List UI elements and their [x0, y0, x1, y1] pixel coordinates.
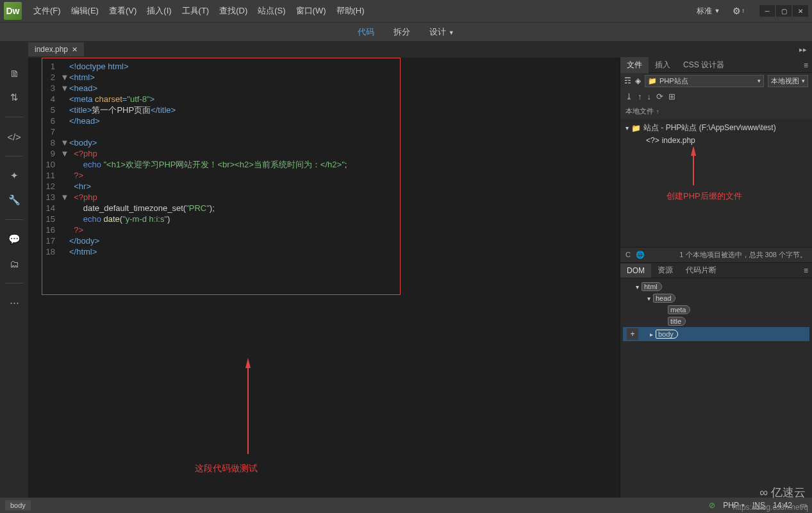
- git-icon[interactable]: ⇅: [8, 91, 21, 104]
- panel-tab-insert[interactable]: 插入: [649, 57, 677, 73]
- menu-item[interactable]: 插入(I): [142, 1, 176, 21]
- code-line[interactable]: 6</head>: [42, 115, 400, 126]
- layers-icon[interactable]: 🗂: [8, 257, 21, 270]
- menu-item[interactable]: 窗口(W): [291, 1, 331, 21]
- view-toolbar: 代码 拆分 设计 ▼: [0, 22, 812, 41]
- view-code-button[interactable]: 代码: [354, 24, 378, 40]
- dom-node-meta[interactable]: meta: [623, 304, 809, 315]
- files-status-text: 1 个本地项目被选中，总共 308 个字节。: [679, 250, 807, 260]
- tab-label: index.php: [35, 45, 68, 54]
- files-status-bar: C🌐 1 个本地项目被选中，总共 308 个字节。: [620, 247, 812, 262]
- wand-icon[interactable]: ✦: [8, 169, 21, 182]
- menubar: Dw 文件(F)编辑(E)查看(V)插入(I)工具(T)查找(D)站点(S)窗口…: [0, 0, 812, 22]
- dom-node-head[interactable]: ▾head: [623, 292, 809, 304]
- maximize-button[interactable]: ▢: [776, 5, 791, 17]
- watermark-url: https://blog.csdn.net/q: [733, 503, 808, 512]
- menu-item[interactable]: 查找(D): [214, 1, 253, 21]
- globe-icon[interactable]: 🌐: [636, 251, 645, 259]
- panel-tab-dom[interactable]: DOM: [620, 264, 651, 278]
- file-tree: ▾📁站点 - PHP站点 (F:\AppServ\www\test) <?>in…: [620, 119, 812, 247]
- code-line[interactable]: 12 <hr>: [42, 181, 400, 192]
- code-line[interactable]: 2▼<html>: [42, 72, 400, 83]
- menu-item[interactable]: 帮助(H): [331, 1, 370, 21]
- close-button[interactable]: ✕: [793, 5, 808, 17]
- view-split-button[interactable]: 拆分: [390, 24, 414, 40]
- layout-selector[interactable]: 标准 ▼: [693, 3, 724, 19]
- code-line[interactable]: 16 ?>: [42, 224, 400, 235]
- site-dropdown[interactable]: 📁PHP站点▾: [645, 75, 764, 87]
- more-icon[interactable]: ⋯: [8, 296, 21, 309]
- view-dropdown[interactable]: 本地视图▾: [768, 75, 808, 87]
- code-line[interactable]: 11 ?>: [42, 170, 400, 181]
- annotation-create-php: 创建PHP后缀的文件: [667, 190, 742, 202]
- code-line[interactable]: 8▼<body>: [42, 137, 400, 148]
- get-icon[interactable]: ↓: [647, 92, 652, 101]
- file-icon[interactable]: 🗎: [8, 67, 21, 80]
- code-line[interactable]: 5<title>第一个PHP页面</title>: [42, 105, 400, 115]
- view-design-button[interactable]: 设计 ▼: [426, 24, 458, 40]
- breadcrumb-body[interactable]: body: [5, 500, 31, 510]
- local-files-header[interactable]: 本地文件 ↑: [620, 104, 812, 119]
- panel-menu-icon[interactable]: ≡: [800, 61, 812, 70]
- right-panel-group: 文件 插入 CSS 设计器 ≡ ☶ ◈ 📁PHP站点▾ 本地视图▾ ⤓ ↑ ↓ …: [620, 58, 812, 498]
- code-line[interactable]: 9▼ <?php: [42, 148, 400, 159]
- menu-item[interactable]: 站点(S): [253, 1, 290, 21]
- refresh-icon[interactable]: C: [626, 251, 631, 259]
- sync-icon[interactable]: ⟳: [656, 92, 663, 101]
- tree-file-row[interactable]: <?>index.php: [623, 135, 809, 146]
- tree-root-row[interactable]: ▾📁站点 - PHP站点 (F:\AppServ\www\test): [623, 121, 809, 135]
- statusbar: body ⊘ PHP ▾ INS 14:42 ▭: [0, 498, 812, 513]
- dom-node-html[interactable]: ▾html: [623, 281, 809, 292]
- panel-tab-css[interactable]: CSS 设计器: [677, 57, 731, 73]
- menu-item[interactable]: 工具(T): [177, 1, 215, 21]
- dom-add-button[interactable]: +: [627, 328, 638, 340]
- watermark-logo: ∞ 亿速云: [759, 485, 806, 500]
- document-tabbar: index.php ✕ ▸▸: [0, 41, 812, 58]
- status-ok-icon[interactable]: ⊘: [709, 501, 715, 510]
- panel-tab-resources[interactable]: 资源: [651, 262, 679, 278]
- code-line[interactable]: 4<meta charset="utf-8">: [42, 94, 400, 105]
- dom-panel-menu-icon[interactable]: ≡: [800, 266, 812, 275]
- left-toolbar: 🗎 ⇅ </> ✦ 🔧 💬 🗂 ⋯: [0, 58, 28, 498]
- code-line[interactable]: 10 echo "<h1>欢迎学习PHP网站开发！<br><h2>当前系统时间为…: [42, 159, 400, 170]
- code-editor[interactable]: 1<!doctype html>2▼<html>3▼<head>4<meta c…: [28, 58, 620, 498]
- code-line[interactable]: 13▼ <?php: [42, 192, 400, 203]
- panel-tab-files[interactable]: 文件: [620, 57, 649, 73]
- code-line[interactable]: 18</html>: [42, 246, 400, 257]
- document-tab[interactable]: index.php ✕: [28, 42, 84, 56]
- code-line[interactable]: 15 echo date("y-m-d h:i:s"): [42, 214, 400, 224]
- code-line[interactable]: 1<!doctype html>: [42, 61, 400, 72]
- dom-node-title[interactable]: title: [623, 315, 809, 327]
- settings-icon[interactable]: ⚙!: [729, 3, 748, 19]
- define-server-icon[interactable]: ☶: [624, 76, 631, 85]
- app-logo: Dw: [4, 2, 22, 20]
- panel-tab-snippets[interactable]: 代码片断: [679, 262, 723, 278]
- annotation-code-test: 这段代码做测试: [195, 463, 258, 475]
- code-icon[interactable]: </>: [8, 130, 21, 143]
- comment-icon[interactable]: 💬: [8, 233, 21, 246]
- menu-item[interactable]: 编辑(E): [66, 1, 104, 21]
- minimize-button[interactable]: ─: [759, 5, 775, 17]
- code-line[interactable]: 7: [42, 126, 400, 137]
- dom-node-body[interactable]: +▸body: [623, 327, 809, 341]
- menu-item[interactable]: 查看(V): [104, 1, 142, 21]
- menu-item[interactable]: 文件(F): [28, 1, 66, 21]
- tab-close-icon[interactable]: ✕: [72, 46, 78, 54]
- connect-icon[interactable]: ⤓: [626, 92, 633, 101]
- code-line[interactable]: 3▼<head>: [42, 83, 400, 94]
- code-highlight-box: 1<!doctype html>2▼<html>3▼<head>4<meta c…: [42, 58, 401, 295]
- code-line[interactable]: 17</body>: [42, 235, 400, 246]
- code-line[interactable]: 14 date_default_timezone_set("PRC");: [42, 203, 400, 214]
- put-icon[interactable]: ↑: [638, 92, 642, 101]
- tabbar-overflow[interactable]: ▸▸: [799, 46, 812, 54]
- wrench-icon[interactable]: 🔧: [8, 194, 21, 206]
- ftp-icon[interactable]: ◈: [635, 76, 641, 85]
- expand-icon[interactable]: ⊞: [668, 92, 675, 101]
- dom-tree: ▾html ▾head meta title +▸body: [620, 278, 812, 344]
